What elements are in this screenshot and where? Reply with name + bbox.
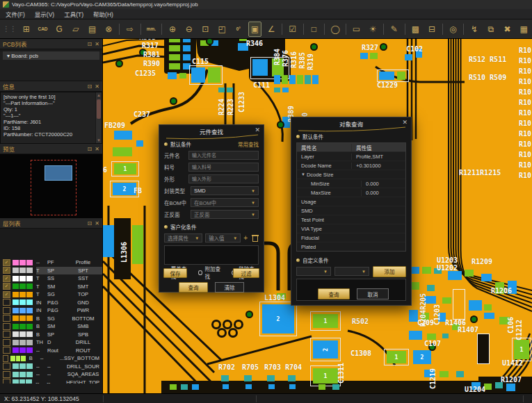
property-row[interactable]: Fiducial (297, 233, 405, 242)
pcb-pad[interactable] (453, 289, 465, 320)
layer-cells[interactable]: BSPSPB (36, 331, 102, 339)
close-icon[interactable]: ✕ (255, 126, 260, 133)
layer-color-swatch[interactable] (26, 379, 32, 384)
pcb-pad[interactable] (379, 72, 394, 80)
pcb-pad[interactable] (481, 274, 492, 281)
layer-color-swatch[interactable] (13, 363, 19, 369)
component-label[interactable]: R316 (291, 51, 298, 68)
net-flash-icon[interactable]: ↯ (467, 22, 481, 37)
layer-color-swatch[interactable] (13, 331, 19, 337)
property-row[interactable]: Dcode Name+0.301000 (297, 161, 405, 170)
property-row[interactable]: SMD (297, 206, 405, 215)
clear-button[interactable]: 清除 (215, 282, 244, 293)
component-label[interactable]: U1412 (502, 360, 523, 367)
layer-color-swatch[interactable] (19, 268, 26, 273)
component-label[interactable]: U1202 (437, 265, 458, 272)
component-label[interactable]: R10 (519, 120, 531, 127)
pcb-pad[interactable] (267, 375, 275, 381)
layer-color-swatch[interactable] (26, 299, 33, 305)
view-frame-icon[interactable]: ▣ (248, 22, 262, 37)
float-panel-icon[interactable]: ⊡ (88, 220, 92, 227)
layer-color-swatch[interactable] (19, 347, 26, 353)
layer-visibility-checkbox[interactable]: ✓ (3, 267, 10, 274)
pcb-pad[interactable] (136, 140, 143, 147)
component-label[interactable]: C1212 (516, 320, 523, 340)
component-label[interactable]: C1233 (239, 92, 245, 113)
pcb-pad[interactable] (469, 300, 482, 311)
layer-color-swatch[interactable] (13, 315, 19, 321)
layer-color-swatch[interactable] (13, 347, 19, 353)
pcb-pad[interactable] (183, 39, 191, 42)
layer-visibility-checkbox[interactable] (3, 371, 10, 378)
component-label[interactable]: R10 (519, 151, 531, 158)
layer-color-swatch[interactable] (26, 347, 33, 353)
shape-input[interactable] (188, 174, 259, 183)
pcb-pad[interactable] (170, 384, 177, 390)
pcb-pad[interactable] (183, 45, 191, 51)
property-row[interactable]: MinSize0.000 (297, 179, 405, 188)
layer-color-swatch[interactable] (19, 372, 26, 377)
close-panel-icon[interactable]: ✕ (95, 146, 99, 152)
doc-search-icon[interactable]: ◎ (446, 22, 460, 37)
via-pad[interactable] (277, 121, 284, 129)
layer-cells[interactable]: BSGBOTTOM (36, 315, 102, 323)
component-label[interactable]: C102 (406, 46, 423, 53)
layer-color-swatch[interactable] (19, 299, 26, 305)
pcb-pad[interactable] (427, 285, 435, 291)
layer-row[interactable]: B--...SSY_BOTTOM (0, 354, 102, 363)
layer-color-swatch[interactable] (26, 331, 33, 337)
pcb-pad[interactable] (484, 313, 494, 319)
custom-conditions-list[interactable] (164, 245, 259, 265)
component-label[interactable]: R376 (282, 50, 289, 67)
pcb-pad[interactable] (169, 39, 180, 42)
layer-color-swatch[interactable] (10, 356, 15, 361)
pcb-pad[interactable]: 1 (114, 163, 136, 174)
component-label[interactable]: R385 (299, 52, 306, 69)
layer-color-swatch[interactable] (13, 324, 19, 329)
pcb-pad[interactable]: 2 (262, 304, 294, 334)
value-select[interactable]: 输入值▼ (205, 233, 241, 242)
pcb-pad[interactable] (282, 88, 289, 92)
layer-visibility-checkbox[interactable]: ✓ (3, 259, 10, 266)
pcb-pad[interactable] (223, 384, 229, 389)
layer-color-swatch[interactable] (26, 283, 33, 289)
component-label[interactable]: C1311 (338, 363, 345, 384)
pcb-pad[interactable] (183, 54, 191, 60)
component-label[interactable]: R705 (242, 364, 259, 371)
pcb-pad[interactable] (268, 384, 275, 389)
component-label[interactable]: L1304 (264, 295, 285, 302)
via-pad[interactable] (470, 315, 478, 323)
close-icon[interactable]: ✕ (402, 119, 408, 126)
component-label[interactable]: L1306 (121, 242, 128, 263)
component-label[interactable]: R10 (519, 79, 531, 85)
layer-color-swatch[interactable] (26, 276, 33, 281)
layer-visibility-checkbox[interactable]: ✓ (3, 291, 10, 298)
component-label[interactable]: R390 (143, 60, 160, 67)
property-row[interactable]: Test Point (297, 215, 405, 224)
layer-cells[interactable]: INP&GPWR (36, 306, 102, 315)
close-job-icon[interactable]: ⊗ (102, 22, 115, 37)
component-label[interactable]: R327 (362, 44, 378, 51)
layer-color-swatch[interactable] (13, 292, 19, 297)
component-label[interactable]: U1204 (465, 386, 485, 393)
pcb-pad[interactable] (169, 54, 180, 60)
layer-color-swatch[interactable] (26, 340, 33, 345)
property-row[interactable]: LayerProfile,SMT (297, 151, 405, 161)
component-label[interactable]: R317 (142, 42, 159, 49)
erase-pen-icon[interactable]: ✎ (387, 22, 401, 37)
pcb-pad[interactable] (113, 147, 132, 156)
pcb-pad[interactable] (282, 75, 288, 84)
component-label[interactable]: R703 (264, 364, 281, 371)
component-label[interactable]: R10 (519, 89, 531, 96)
float-panel-icon[interactable]: ⊡ (88, 41, 92, 47)
component-label[interactable]: C1229 (377, 82, 398, 89)
component-label[interactable]: R223 (227, 99, 234, 115)
float-panel-icon[interactable]: ⊡ (88, 146, 92, 152)
query-button[interactable]: 查询 (179, 282, 208, 293)
pcb-pad[interactable]: 1 (514, 340, 529, 359)
layer-cells[interactable]: BSMSMB (36, 322, 102, 331)
component-label[interactable]: R10 (519, 99, 531, 106)
expand-caret-icon[interactable]: ▼ (301, 172, 305, 176)
layer-cells[interactable]: ----HEIGHT_TOP (35, 379, 102, 384)
component-label[interactable]: R10 (519, 141, 531, 148)
